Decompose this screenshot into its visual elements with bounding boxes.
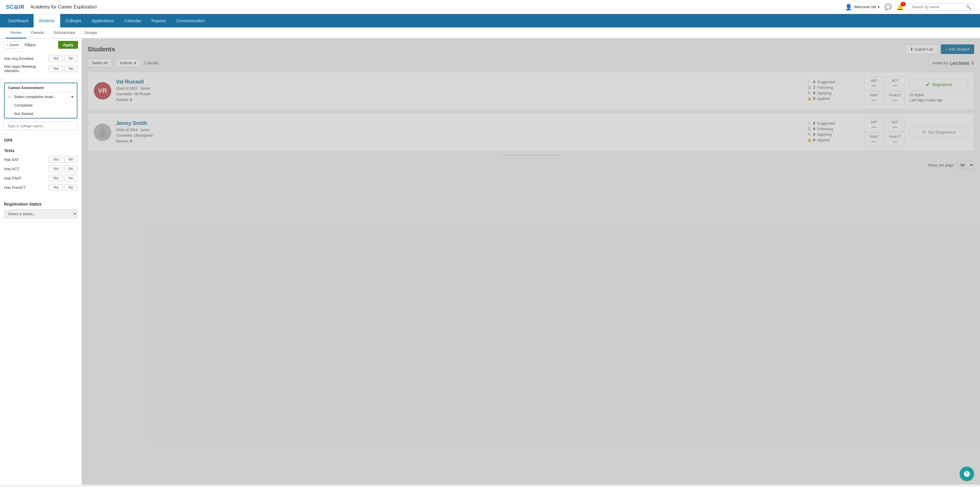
filter-header: ‹ Saved Filters Apply — [0, 38, 81, 51]
val-sat-label: SAT — [867, 79, 881, 82]
jenny-preact-value: — — [888, 139, 902, 144]
nav-bar: Dashboard Students Colleges Applications… — [0, 14, 980, 27]
sub-nav-scholarships[interactable]: Scholarships — [49, 27, 80, 38]
has-preact-label: Has PreACT — [4, 186, 25, 190]
nav-item-students[interactable]: Students — [33, 14, 60, 27]
registration-status-select[interactable]: Select a status... — [4, 209, 78, 218]
student-name-val[interactable]: Val Russell — [116, 79, 802, 85]
jenny-counselor-prefix: Counselor: — [116, 133, 134, 138]
has-act-row: Has ACT Yes No — [4, 165, 78, 172]
val-psat-cell: PSAT — — [864, 91, 884, 105]
has-psat-label: Has PSAT — [4, 176, 22, 181]
sub-nav: Roster Parents Scholarships Groups — [0, 27, 980, 38]
val-registered-label: Registered — [932, 82, 952, 87]
ca-option-not-started[interactable]: Not Started — [5, 109, 77, 118]
college-name-input[interactable] — [4, 121, 78, 130]
student-name-jenny[interactable]: Jenny Smith — [116, 120, 802, 127]
ca-option-completed[interactable]: Completed — [5, 101, 77, 109]
career-assessment-options: ✓ Select completion level... ▾ Completed… — [5, 92, 77, 118]
apply-button[interactable]: Apply — [58, 41, 78, 49]
sub-nav-roster[interactable]: Roster — [6, 27, 26, 38]
rows-per-page-select[interactable]: 50 25 100 — [957, 161, 974, 169]
student-info-val: Val Russell Class of 2023 Senior Counsel… — [116, 79, 802, 103]
val-suggested-row: ♡ 0 Suggested — [807, 80, 859, 84]
val-logins: 21 logins — [910, 92, 968, 98]
thumbs-up-icon: 👍 — [807, 97, 811, 101]
top-search-box[interactable]: 🔍 — [908, 3, 974, 11]
messages-button[interactable]: 💬 — [885, 3, 892, 11]
val-applied-row: 👍 0 Applied — [807, 96, 859, 101]
notifications-button[interactable]: 🔔 0 — [896, 3, 904, 11]
jenny-grade: Junior — [140, 128, 150, 132]
has-psat-no[interactable]: No — [64, 174, 78, 182]
has-apps-needing-attention-label: Has Apps Needing Attention — [4, 64, 48, 73]
has-any-enrolled-no[interactable]: No — [64, 55, 78, 62]
divider — [502, 155, 560, 155]
has-apps-no[interactable]: No — [64, 65, 78, 72]
filter-panel: ‹ Saved Filters Apply Has Any Enrolled Y… — [0, 38, 82, 485]
nav-item-colleges[interactable]: Colleges — [60, 14, 86, 27]
sub-nav-groups[interactable]: Groups — [80, 27, 102, 38]
has-psat-yes[interactable]: Yes — [48, 174, 63, 182]
saved-label: Saved — [9, 43, 19, 47]
career-assessment-box: Career Assessment ✓ Select completion le… — [4, 82, 78, 119]
has-act-no[interactable]: No — [64, 165, 78, 172]
jenny-psat-cell: PSAT — — [864, 133, 884, 146]
has-sat-yes[interactable]: Yes — [48, 156, 63, 163]
has-sat-label: Has SAT — [4, 157, 19, 162]
val-class-year: Class of 2023 — [116, 86, 137, 90]
filter-tests: Tests Has SAT Yes No Has ACT Yes No Has … — [0, 144, 81, 197]
select-all-button[interactable]: Select All — [88, 59, 112, 67]
sub-nav-parents[interactable]: Parents — [26, 27, 49, 38]
jenny-parents-count: 0 — [130, 139, 132, 143]
val-registered-badge: ✔ Registered — [910, 79, 968, 90]
tests-section-title: Tests — [4, 147, 78, 156]
has-any-enrolled-yes[interactable]: Yes — [48, 55, 63, 62]
val-applied-count: 0 — [813, 96, 815, 101]
check-icon-jenny: ☑ — [807, 127, 811, 131]
val-following-count: 2 — [813, 85, 815, 90]
jenny-following-label: Following — [817, 127, 833, 131]
jenny-applying-label: Applying — [817, 132, 832, 136]
has-sat-no[interactable]: No — [64, 156, 78, 163]
saved-button[interactable]: ‹ Saved — [3, 41, 22, 49]
ca-option-completed-label: Completed — [14, 103, 32, 108]
content-area: Students ⬇ Export List + Add Student Sel… — [82, 38, 980, 485]
jenny-class-year: Class of 2024 — [116, 128, 137, 132]
logo-text[interactable]: SC◎IR — [6, 4, 25, 10]
sort-direction-icon[interactable]: ⇅ — [971, 61, 974, 65]
ca-option-not-started-label: Not Started — [14, 111, 33, 116]
student-avatar-jenny — [94, 124, 111, 141]
export-list-button[interactable]: ⬇ Export List — [905, 44, 938, 54]
has-act-label: Has ACT — [4, 167, 19, 171]
jenny-applying-count: 0 — [813, 132, 815, 136]
val-counselor-prefix: Counselor: — [116, 92, 134, 96]
search-input[interactable] — [912, 5, 964, 9]
check-icon: ☑ — [807, 86, 811, 90]
val-preact-cell: PreACT — — [885, 91, 905, 105]
nav-item-applications[interactable]: Applications — [86, 14, 119, 27]
add-student-button[interactable]: + Add Student — [941, 44, 974, 54]
help-button[interactable] — [959, 466, 974, 481]
student-meta-val: Class of 2023 Senior Counselor: Val Russ… — [116, 86, 802, 103]
nav-item-dashboard[interactable]: Dashboard — [3, 14, 33, 27]
student-info-jenny: Jenny Smith Class of 2024 Junior Counsel… — [116, 120, 802, 144]
ca-option-select[interactable]: ✓ Select completion level... ▾ — [5, 92, 77, 101]
student-meta-jenny: Class of 2024 Junior Counselor: Unassign… — [116, 127, 802, 144]
results-count: 2 results — [144, 61, 158, 65]
nav-item-reports[interactable]: Reports — [146, 14, 171, 27]
welcome-button[interactable]: 👤 Welcome Val ▾ — [845, 3, 880, 11]
nav-item-calendar[interactable]: Calendar — [119, 14, 146, 27]
val-login-info: 21 logins Last login 3 days ago — [910, 92, 968, 103]
jenny-counselor: Unassigned — [134, 133, 152, 138]
has-act-yes[interactable]: Yes — [48, 165, 63, 172]
has-preact-yes[interactable]: Yes — [48, 184, 63, 191]
nav-item-communication[interactable]: Communication — [171, 14, 210, 27]
actions-button[interactable]: Actions ▾ — [115, 59, 140, 67]
val-following-row: ☑ 2 Following — [807, 85, 859, 90]
has-apps-yes[interactable]: Yes — [48, 65, 63, 72]
has-preact-no[interactable]: No — [64, 184, 78, 191]
jenny-applied-label: Applied — [817, 138, 829, 142]
jenny-act-cell: ACT — — [885, 118, 905, 132]
jenny-sat-cell: SAT — — [864, 118, 884, 132]
